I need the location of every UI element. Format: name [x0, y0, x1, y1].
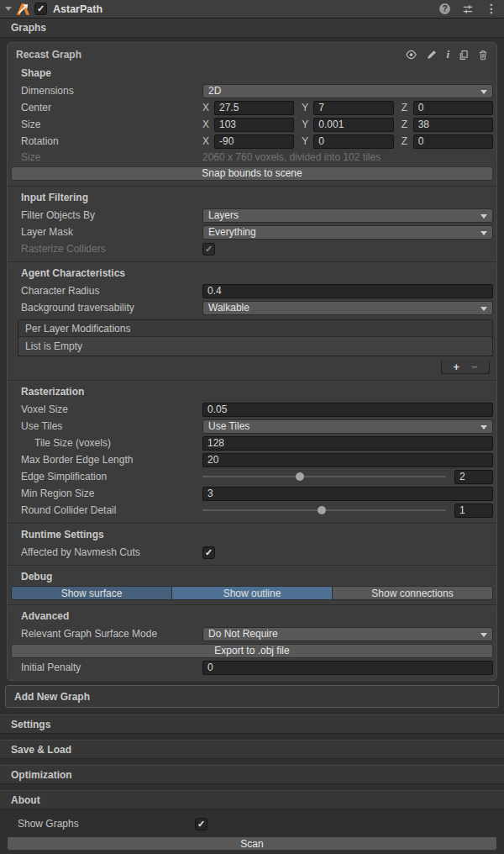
center-row: Center X Y Z	[8, 99, 496, 116]
scan-button[interactable]: Scan	[7, 836, 497, 851]
background-traversability-dropdown[interactable]: Walkable	[202, 301, 493, 315]
rotation-label: Rotation	[21, 135, 202, 147]
separator	[0, 759, 504, 765]
section-divider	[8, 186, 496, 187]
axis-y-label: Y	[302, 119, 309, 130]
recast-graph-header[interactable]: Recast Graph i	[8, 47, 496, 62]
axis-z-label: Z	[402, 102, 409, 113]
tile-size-field[interactable]	[202, 436, 493, 451]
presets-icon[interactable]	[462, 3, 474, 15]
max-border-edge-length-field[interactable]	[202, 453, 493, 467]
initial-penalty-row: Initial Penalty	[8, 659, 496, 676]
axis-y-label: Y	[302, 102, 309, 113]
character-radius-row: Character Radius	[8, 282, 496, 299]
delete-trash-icon[interactable]	[478, 50, 488, 61]
relevant-graph-surface-mode-dropdown[interactable]: Do Not Require	[202, 627, 493, 641]
show-graphs-label: Show Graphs	[18, 818, 195, 830]
list-add-button[interactable]: +	[453, 361, 459, 372]
help-icon[interactable]: ?	[439, 3, 450, 14]
character-radius-field[interactable]	[202, 284, 493, 298]
rotation-row: Rotation X Y Z	[8, 133, 496, 150]
use-tiles-dropdown[interactable]: Use Tiles	[202, 419, 493, 434]
voxel-size-row: Voxel Size	[8, 401, 496, 418]
save-load-section-header[interactable]: Save & Load	[0, 740, 504, 759]
dimensions-dropdown[interactable]: 2D	[202, 84, 493, 98]
runtime-settings-heading: Runtime Settings	[8, 528, 496, 541]
add-new-graph-button[interactable]: Add New Graph	[5, 685, 499, 708]
settings-section-header[interactable]: Settings	[0, 714, 504, 734]
duplicate-copy-icon[interactable]	[459, 50, 469, 61]
min-region-size-field[interactable]	[202, 487, 493, 501]
rasterize-colliders-checkbox	[202, 243, 215, 256]
component-enabled-checkbox[interactable]	[34, 3, 47, 15]
round-collider-detail-row: Round Collider Detail	[8, 502, 496, 519]
dimensions-label: Dimensions	[21, 85, 202, 97]
relevant-graph-surface-mode-row: Relevant Graph Surface Mode Do Not Requi…	[8, 625, 496, 642]
filter-objects-by-dropdown[interactable]: Layers	[202, 208, 493, 223]
edge-simplification-row: Edge Simplification	[8, 468, 496, 485]
voxel-size-field[interactable]	[202, 403, 493, 417]
section-divider	[8, 523, 496, 524]
rotation-z-field[interactable]	[413, 134, 493, 149]
relevant-graph-surface-mode-label: Relevant Graph Surface Mode	[21, 628, 202, 640]
slider-thumb[interactable]	[318, 506, 326, 514]
edge-simplification-label: Edge Simplification	[21, 471, 202, 482]
center-y-field[interactable]	[313, 101, 393, 115]
affected-by-navmesh-cuts-row: Affected by Navmesh Cuts	[8, 544, 496, 561]
character-radius-label: Character Radius	[21, 285, 202, 297]
list-empty-row: List is Empty	[18, 337, 492, 356]
rotation-x-field[interactable]	[214, 134, 294, 149]
section-divider	[8, 604, 496, 605]
tile-size-row: Tile Size (voxels)	[8, 435, 496, 451]
round-collider-detail-slider[interactable]	[202, 509, 446, 511]
edge-simplification-slider[interactable]	[202, 476, 446, 477]
center-x-field[interactable]	[214, 101, 294, 115]
graphs-section-label: Graphs	[11, 22, 46, 34]
center-label: Center	[21, 102, 202, 113]
layer-mask-dropdown[interactable]: Everything	[202, 225, 493, 240]
shape-heading: Shape	[8, 66, 496, 80]
show-outline-toggle[interactable]: Show outline	[172, 586, 333, 600]
affected-by-navmesh-cuts-checkbox[interactable]	[202, 546, 215, 559]
input-filtering-heading: Input Filtering	[8, 191, 496, 204]
graphs-section-header: Graphs	[0, 18, 504, 38]
round-collider-detail-value-field[interactable]	[454, 503, 493, 518]
min-region-size-row: Min Region Size	[8, 485, 496, 502]
size-y-field[interactable]	[313, 118, 393, 132]
about-section-header[interactable]: About	[0, 790, 504, 809]
list-remove-button[interactable]: −	[471, 361, 478, 372]
snap-bounds-button[interactable]: Snap bounds to scene	[11, 166, 493, 181]
max-border-edge-length-label: Max Border Edge Length	[21, 454, 202, 466]
layer-mask-label: Layer Mask	[21, 226, 202, 238]
min-region-size-label: Min Region Size	[21, 488, 202, 499]
export-obj-row: Export to .obj file	[8, 642, 496, 659]
rotation-y-field[interactable]	[313, 134, 393, 149]
size-x-field[interactable]	[214, 118, 294, 132]
voxel-info-row: Size 2060 x 760 voxels, divided into 102…	[8, 150, 496, 165]
initial-penalty-field[interactable]	[202, 661, 493, 675]
voxel-info-value: 2060 x 760 voxels, divided into 102 tile…	[202, 151, 381, 163]
initial-penalty-label: Initial Penalty	[21, 662, 202, 673]
round-collider-detail-label: Round Collider Detail	[21, 504, 202, 516]
kebab-menu-icon[interactable]: ⋮	[486, 3, 497, 14]
component-title: AstarPath	[53, 3, 102, 15]
axis-z-label: Z	[402, 135, 409, 147]
edge-simplification-value-field[interactable]	[454, 470, 493, 484]
section-divider	[8, 261, 496, 262]
edit-pencil-icon[interactable]	[427, 50, 437, 60]
separator	[0, 734, 504, 740]
visibility-eye-icon[interactable]	[405, 50, 417, 60]
show-graphs-row: Show Graphs	[0, 816, 504, 831]
section-divider	[8, 565, 496, 566]
slider-thumb[interactable]	[296, 472, 304, 481]
show-graphs-checkbox[interactable]	[195, 818, 207, 830]
show-surface-toggle[interactable]: Show surface	[11, 586, 172, 600]
size-z-field[interactable]	[413, 118, 493, 132]
center-z-field[interactable]	[413, 101, 493, 115]
foldout-arrow-icon[interactable]	[5, 7, 12, 11]
voxel-info-label: Size	[21, 151, 202, 163]
show-connections-toggle[interactable]: Show connections	[333, 586, 493, 600]
info-icon[interactable]: i	[446, 48, 449, 61]
export-obj-button[interactable]: Export to .obj file	[11, 644, 493, 658]
optimization-section-header[interactable]: Optimization	[0, 765, 504, 784]
